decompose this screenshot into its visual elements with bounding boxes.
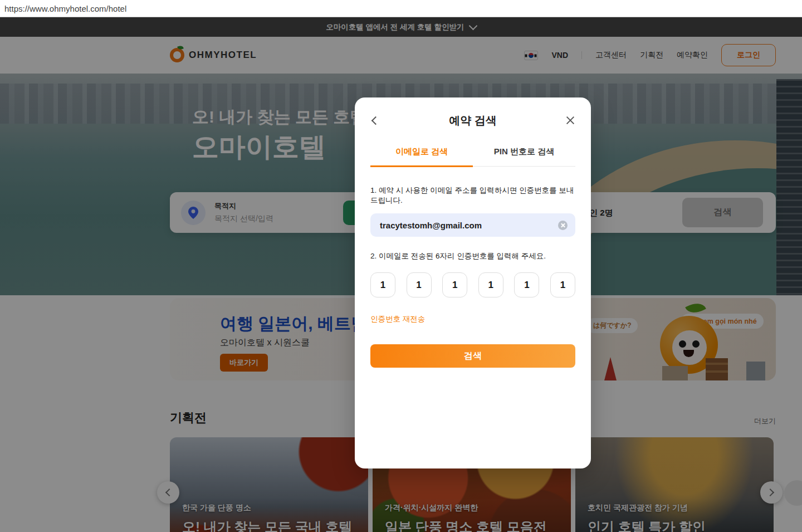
otp-digit-5[interactable]: 1 [514,272,539,297]
browser-address-bar[interactable]: https://www.ohmyhotel.com/hotel [0,0,802,17]
tab-search-by-email[interactable]: 이메일로 검색 [370,147,473,167]
resend-code-link[interactable]: 인증번호 재전송 [370,314,425,324]
step1-instruction: 1. 예약 시 사용한 이메일 주소를 입력하시면 인증번호를 보내드립니다. [370,186,575,206]
email-input[interactable] [380,221,558,230]
modal-tabs: 이메일로 검색 PIN 번호로 검색 [370,147,575,167]
chevron-left-icon [371,116,380,125]
otp-digit-4[interactable]: 1 [478,272,503,297]
modal-search-button[interactable]: 검색 [370,344,575,368]
close-icon [565,115,575,125]
modal-title: 예약 검색 [449,113,497,128]
close-button[interactable] [563,113,578,128]
email-field-wrapper [370,213,575,237]
clear-input-icon[interactable] [558,221,568,230]
otp-inputs: 1 1 1 1 1 1 [370,272,575,297]
otp-digit-2[interactable]: 1 [407,272,432,297]
otp-digit-3[interactable]: 1 [442,272,467,297]
tab-search-by-pin[interactable]: PIN 번호로 검색 [473,147,575,166]
back-button[interactable] [368,113,383,128]
page: https://www.ohmyhotel.com/hotel 오마이호텔 앱에… [0,0,802,532]
reservation-search-modal: 예약 검색 이메일로 검색 PIN 번호로 검색 1. 예약 시 사용한 이메일… [355,97,591,468]
otp-digit-1[interactable]: 1 [370,272,395,297]
otp-digit-6[interactable]: 1 [550,272,575,297]
url-text: https://www.ohmyhotel.com/hotel [4,4,126,13]
modal-header: 예약 검색 [370,112,575,129]
step2-instruction: 2. 이메일로 전송된 6자리 인증번호를 입력해 주세요. [370,251,575,261]
